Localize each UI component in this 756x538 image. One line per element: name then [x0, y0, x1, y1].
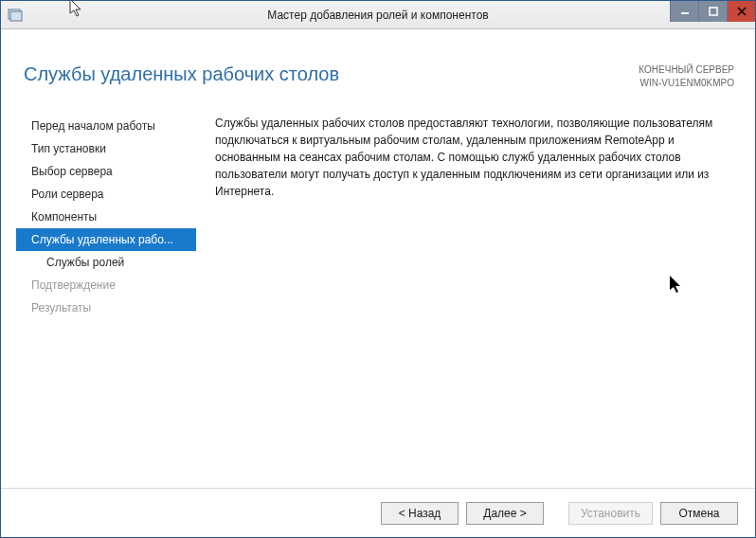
header: Службы удаленных рабочих столов КОНЕЧНЫЙ…	[16, 41, 740, 115]
app-icon	[7, 7, 24, 24]
titlebar: Мастер добавления ролей и компонентов	[1, 1, 755, 29]
svg-rect-3	[710, 8, 717, 15]
footer: < Назад Далее > Установить Отмена	[1, 488, 755, 537]
server-info: КОНЕЧНЫЙ СЕРВЕР WIN-VU1ENM0KMPO	[639, 63, 734, 90]
body: Службы удаленных рабочих столов КОНЕЧНЫЙ…	[1, 29, 755, 488]
svg-rect-1	[10, 11, 22, 21]
nav-server-selection[interactable]: Выбор сервера	[16, 160, 196, 183]
close-button[interactable]	[727, 1, 755, 22]
description-text: Службы удаленных рабочих столов предоста…	[215, 115, 730, 200]
nav-confirmation: Подтверждение	[16, 274, 196, 296]
nav-installation-type[interactable]: Тип установки	[16, 137, 196, 160]
nav-server-roles[interactable]: Роли сервера	[16, 183, 196, 206]
page-title: Службы удаленных рабочих столов	[24, 63, 339, 85]
nav-before-you-begin[interactable]: Перед началом работы	[16, 115, 196, 137]
minimize-button[interactable]	[670, 1, 698, 22]
main-pane: Службы удаленных рабочих столов предоста…	[196, 115, 740, 488]
window-title: Мастер добавления ролей и компонентов	[267, 9, 488, 22]
content: Перед началом работы Тип установки Выбор…	[16, 115, 740, 488]
install-button: Установить	[568, 502, 653, 525]
server-name: WIN-VU1ENM0KMPO	[639, 77, 734, 90]
back-button[interactable]: < Назад	[381, 502, 459, 525]
nav-results: Результаты	[16, 296, 196, 319]
nav-features[interactable]: Компоненты	[16, 206, 196, 228]
maximize-button[interactable]	[698, 1, 727, 22]
wizard-sidebar: Перед началом работы Тип установки Выбор…	[16, 115, 196, 488]
cancel-button[interactable]: Отмена	[660, 502, 738, 525]
next-button[interactable]: Далее >	[466, 502, 544, 525]
nav-remote-desktop-services[interactable]: Службы удаленных рабо...	[16, 228, 196, 251]
window-controls	[670, 1, 755, 22]
server-label: КОНЕЧНЫЙ СЕРВЕР	[639, 63, 734, 77]
nav-role-services[interactable]: Службы ролей	[16, 251, 196, 274]
wizard-window: Мастер добавления ролей и компонентов Сл…	[0, 0, 756, 538]
